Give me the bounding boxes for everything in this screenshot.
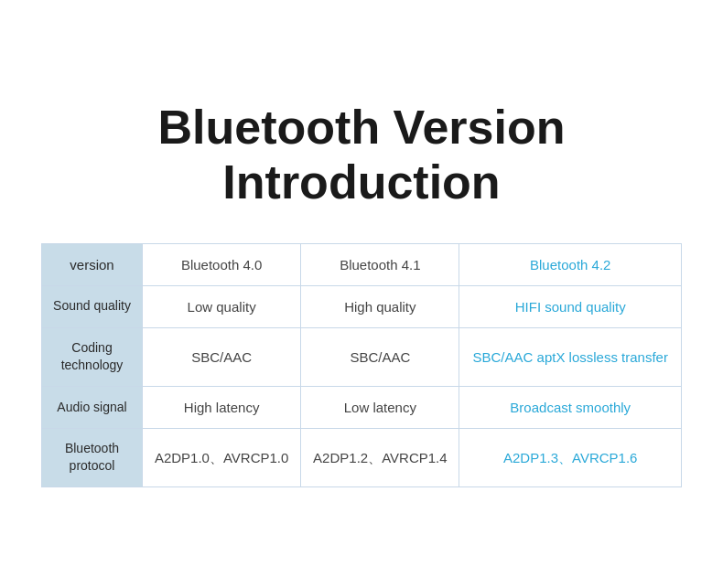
table-row: versionBluetooth 4.0Bluetooth 4.1Bluetoo…	[42, 243, 682, 285]
cell-bt42: HIFI sound quality	[459, 285, 682, 327]
table-row: Coding technologySBC/AACSBC/AACSBC/AAC a…	[42, 327, 682, 386]
cell-bt42: A2DP1.3、AVRCP1.6	[459, 428, 682, 486]
comparison-table: versionBluetooth 4.0Bluetooth 4.1Bluetoo…	[41, 243, 682, 487]
cell-bt40: Low quality	[143, 285, 301, 327]
cell-bt42: SBC/AAC aptX lossless transfer	[459, 327, 682, 386]
cell-bt40: SBC/AAC	[143, 327, 301, 386]
cell-bt41: High quality	[301, 285, 459, 327]
cell-bt42: Bluetooth 4.2	[459, 243, 682, 285]
page-title: Bluetooth Version Introduction	[158, 101, 566, 210]
cell-bt40: High latency	[143, 386, 301, 428]
table-row: Sound qualityLow qualityHigh qualityHIFI…	[42, 285, 682, 327]
row-header: Audio signal	[42, 386, 143, 428]
row-header: Sound quality	[42, 285, 143, 327]
table-row: Bluetooth protocolA2DP1.0、AVRCP1.0A2DP1.…	[42, 428, 682, 486]
row-header: Coding technology	[42, 327, 143, 386]
cell-bt40: Bluetooth 4.0	[143, 243, 301, 285]
cell-bt40: A2DP1.0、AVRCP1.0	[143, 428, 301, 486]
row-header: version	[42, 243, 143, 285]
cell-bt41: Bluetooth 4.1	[301, 243, 459, 285]
row-header: Bluetooth protocol	[42, 428, 143, 486]
cell-bt41: SBC/AAC	[301, 327, 459, 386]
cell-bt41: A2DP1.2、AVRCP1.4	[301, 428, 459, 486]
cell-bt42: Broadcast smoothly	[459, 386, 682, 428]
cell-bt41: Low latency	[301, 386, 459, 428]
table-row: Audio signalHigh latencyLow latencyBroad…	[42, 386, 682, 428]
